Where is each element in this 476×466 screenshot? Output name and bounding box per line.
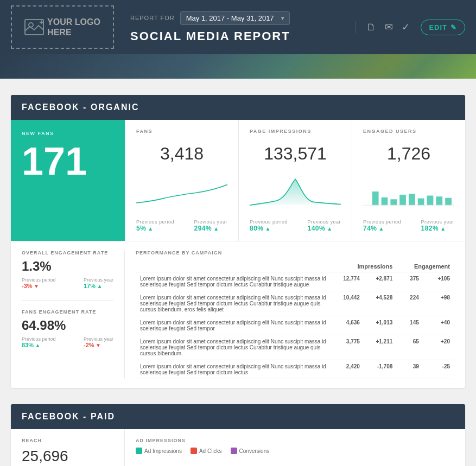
reach-value: 25,696 bbox=[22, 448, 113, 465]
facebook-paid-card: FACEBOOK - PAID REACH 25,696 Previous pe… bbox=[11, 404, 465, 466]
organic-metrics-row: NEW FANS 171 FANS 3,418 bbox=[11, 120, 465, 241]
header-icons: 🗋 ✉ ✓ bbox=[355, 21, 421, 33]
fans-prev-year-arrow: ▲ bbox=[213, 226, 219, 232]
legend-dot bbox=[191, 448, 197, 454]
fans-prev-year-label: Previous year bbox=[194, 219, 227, 225]
campaign-engagement: 65 bbox=[397, 335, 423, 360]
fe-prev-period-val: 83% bbox=[22, 342, 34, 348]
table-row: Lorem ipsum dolor sit amet consectetur a… bbox=[136, 316, 454, 335]
facebook-paid-title: FACEBOOK - PAID bbox=[22, 412, 115, 421]
campaign-text: Lorem ipsum dolor sit amet consectetur a… bbox=[136, 272, 332, 291]
ad-impressions-chart bbox=[136, 459, 454, 466]
fans-value: 3,418 bbox=[136, 144, 227, 164]
reach-cell: REACH 25,696 Previous period Previous ye… bbox=[11, 429, 125, 466]
fans-label: FANS bbox=[136, 129, 227, 134]
logo-text-line2: HERE bbox=[47, 27, 100, 37]
engaged-users-label: ENGAGED USERS bbox=[363, 129, 454, 134]
engaged-prev-row: Previous period 74% ▲ Previous year 182%… bbox=[363, 219, 454, 232]
fans-chart bbox=[136, 173, 227, 213]
campaign-text: Lorem ipsum dolor sit amet consectetur a… bbox=[136, 335, 332, 360]
campaign-engagement: 375 bbox=[397, 272, 423, 291]
campaign-section-title: PERFORMANCE BY CAMPAIGN bbox=[136, 250, 454, 256]
ad-impressions-legend: Ad ImpressionsAd ClicksConversions bbox=[136, 448, 454, 454]
svg-rect-7 bbox=[399, 195, 406, 205]
report-for-label: REPORT FOR bbox=[130, 15, 175, 21]
svg-rect-9 bbox=[418, 199, 424, 206]
svg-rect-4 bbox=[372, 191, 379, 205]
ad-impressions-cell: AD IMPRESSIONS Ad ImpressionsAd ClicksCo… bbox=[125, 429, 465, 466]
fans-prev-period-label: Previous period bbox=[136, 219, 174, 225]
page-impressions-label: PAGE IMPRESSIONS bbox=[250, 129, 341, 134]
logo-box: YOUR LOGO HERE bbox=[11, 5, 114, 49]
fans-prev-year-val: 294% bbox=[194, 225, 212, 232]
page-impressions-cell: PAGE IMPRESSIONS 133,571 bbox=[238, 120, 352, 241]
new-fans-label: NEW FANS bbox=[22, 131, 114, 136]
campaign-eng-delta: +20 bbox=[423, 335, 454, 360]
campaign-col-impressions: Impressions bbox=[332, 261, 397, 272]
main-content: FACEBOOK - ORGANIC NEW FANS 171 FANS 3,4… bbox=[0, 79, 476, 466]
campaign-text: Lorem ipsum dolor sit amet consectetur a… bbox=[136, 360, 332, 379]
edit-button[interactable]: EDIT ✎ bbox=[421, 20, 465, 35]
svg-rect-6 bbox=[390, 199, 397, 205]
campaign-table: Impressions Engagement Lorem ipsum dolor… bbox=[136, 261, 454, 379]
left-metrics: OVERALL ENGAGEMENT RATE 1.3% Previous pe… bbox=[22, 250, 125, 379]
svg-rect-10 bbox=[427, 196, 434, 206]
check-icon[interactable]: ✓ bbox=[402, 21, 410, 33]
campaign-col-name bbox=[136, 261, 332, 272]
campaign-impressions: 12,774 bbox=[332, 272, 364, 291]
fans-engagement-value: 64.98% bbox=[22, 318, 113, 333]
campaign-impressions: 3,775 bbox=[332, 335, 364, 360]
campaign-eng-delta: +105 bbox=[423, 272, 454, 291]
fans-prev-period-val: 5% bbox=[136, 225, 146, 232]
campaign-engagement: 224 bbox=[397, 291, 423, 316]
page-impressions-value: 133,571 bbox=[250, 144, 341, 164]
eng-prev-period-val: 74% bbox=[363, 225, 377, 232]
campaign-impressions: 10,442 bbox=[332, 291, 364, 316]
email-icon[interactable]: ✉ bbox=[385, 21, 393, 33]
oe-prev-period-val: -3% bbox=[22, 283, 33, 289]
campaign-engagement: 145 bbox=[397, 316, 423, 335]
svg-rect-12 bbox=[445, 198, 452, 205]
campaign-section: PERFORMANCE BY CAMPAIGN Impressions Enga… bbox=[136, 250, 454, 379]
fans-engagement-label: FANS ENGAGEMENT RATE bbox=[22, 309, 113, 315]
campaign-col-engagement: Engagement bbox=[397, 261, 454, 272]
ad-impressions-label: AD IMPRESSIONS bbox=[136, 438, 454, 443]
facebook-paid-header: FACEBOOK - PAID bbox=[11, 404, 465, 429]
date-range-select[interactable]: May 1, 2017 - May 31, 2017 bbox=[180, 11, 290, 25]
campaign-impressions: 2,420 bbox=[332, 360, 364, 379]
campaign-text: Lorem ipsum dolor sit amet consectetur a… bbox=[136, 291, 332, 316]
date-range-wrapper[interactable]: May 1, 2017 - May 31, 2017 bbox=[180, 11, 290, 25]
header-center: REPORT FOR May 1, 2017 - May 31, 2017 SO… bbox=[114, 11, 350, 43]
overall-engagement-label: OVERALL ENGAGEMENT RATE bbox=[22, 250, 113, 256]
legend-dot bbox=[136, 448, 142, 454]
legend-label: Ad Clicks bbox=[199, 448, 222, 454]
campaign-imp-delta: +4,528 bbox=[364, 291, 397, 316]
header: YOUR LOGO HERE REPORT FOR May 1, 2017 - … bbox=[0, 0, 476, 54]
fans-engagement-block: FANS ENGAGEMENT RATE 64.98% Previous per… bbox=[22, 309, 113, 348]
overall-engagement-block: OVERALL ENGAGEMENT RATE 1.3% Previous pe… bbox=[22, 250, 113, 289]
fans-cell: FANS 3,418 Previo bbox=[125, 120, 238, 241]
edit-pencil-icon: ✎ bbox=[450, 23, 457, 31]
download-icon[interactable]: 🗋 bbox=[366, 22, 376, 33]
facebook-organic-title: FACEBOOK - ORGANIC bbox=[22, 103, 139, 112]
paid-metrics-row: REACH 25,696 Previous period Previous ye… bbox=[11, 429, 465, 466]
edit-label: EDIT bbox=[429, 23, 447, 31]
overall-engagement-value: 1.3% bbox=[22, 259, 113, 274]
imp-prev-period-val: 80% bbox=[250, 225, 264, 232]
oe-prev-year-val: 17% bbox=[84, 283, 96, 289]
impressions-chart bbox=[250, 173, 341, 213]
organic-lower-section: OVERALL ENGAGEMENT RATE 1.3% Previous pe… bbox=[11, 241, 465, 388]
table-row: Lorem ipsum dolor sit amet consectetur a… bbox=[136, 291, 454, 316]
legend-label: Ad Impressions bbox=[144, 448, 182, 454]
table-row: Lorem ipsum dolor sit amet consectetur a… bbox=[136, 272, 454, 291]
campaign-text: Lorem ipsum dolor sit amet consectetur a… bbox=[136, 316, 332, 335]
svg-rect-11 bbox=[436, 196, 442, 205]
page-title: SOCIAL MEDIA REPORT bbox=[130, 29, 350, 43]
campaign-imp-delta: +1,211 bbox=[364, 335, 397, 360]
impressions-prev-row: Previous period 80% ▲ Previous year 140%… bbox=[250, 219, 341, 232]
campaign-imp-delta: +1,013 bbox=[364, 316, 397, 335]
campaign-imp-delta: +2,871 bbox=[364, 272, 397, 291]
fans-prev-row: Previous period 5% ▲ Previous year 294% … bbox=[136, 219, 227, 232]
imp-prev-year-val: 140% bbox=[307, 225, 325, 232]
campaign-eng-delta: +98 bbox=[423, 291, 454, 316]
